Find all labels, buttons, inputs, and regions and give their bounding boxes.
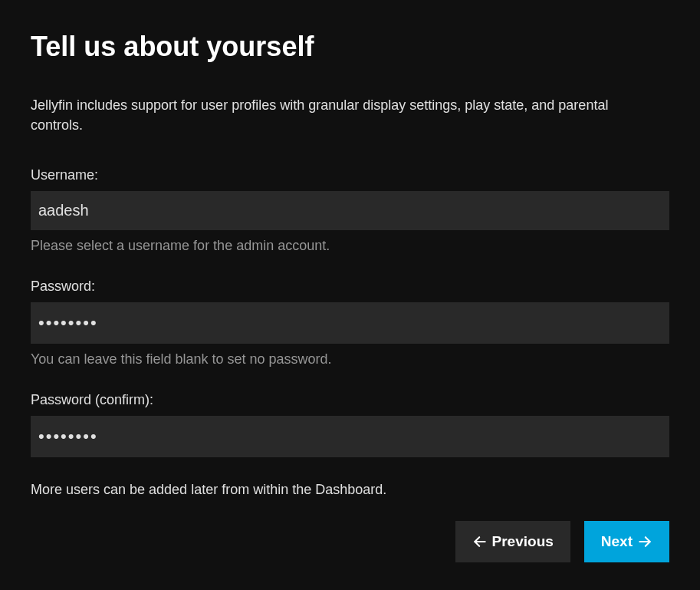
username-label: Username: [31,167,669,183]
button-row: Previous Next [31,521,669,562]
next-button[interactable]: Next [584,521,669,562]
password-label: Password: [31,279,669,295]
username-input[interactable] [31,191,669,230]
previous-button[interactable]: Previous [455,521,570,562]
arrow-left-icon [472,534,488,549]
password-confirm-label: Password (confirm): [31,392,669,408]
page-description: Jellyfin includes support for user profi… [31,95,659,135]
password-help: You can leave this field blank to set no… [31,351,669,368]
username-help: Please select a username for the admin a… [31,238,669,254]
info-text: More users can be added later from withi… [31,482,669,498]
arrow-right-icon [637,534,652,549]
password-group: Password: You can leave this field blank… [31,279,669,368]
password-confirm-input[interactable] [31,416,669,457]
page-title: Tell us about yourself [31,31,669,63]
next-button-label: Next [601,533,633,550]
previous-button-label: Previous [492,533,554,550]
username-group: Username: Please select a username for t… [31,167,669,254]
password-input[interactable] [31,302,669,344]
password-confirm-group: Password (confirm): [31,392,669,457]
